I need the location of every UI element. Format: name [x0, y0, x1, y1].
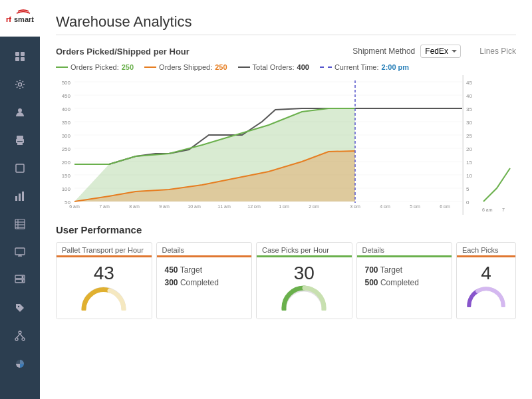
main-content: Warehouse Analytics Orders Picked/Shippe…	[40, 0, 532, 399]
case-completed-row: 500 Completed	[365, 277, 419, 289]
svg-point-28	[22, 281, 23, 282]
orders-chart-svg: 500 450 400 350 300 250 200 150 100 50	[56, 75, 463, 208]
svg-point-31	[15, 338, 18, 340]
pallet-details-header: Details	[157, 243, 252, 257]
each-picks-header: Each Picks	[457, 243, 515, 257]
pallet-details-body: 450 Target 300 Completed	[157, 257, 252, 296]
svg-rect-6	[21, 57, 25, 61]
svg-rect-14	[15, 196, 17, 201]
sidebar-icons	[0, 37, 40, 384]
legend-orders-shipped: Orders Shipped: 250	[144, 63, 227, 71]
svg-text:6 am: 6 am	[69, 204, 80, 208]
charts-row: 500 450 400 350 300 250 200 150 100 50	[56, 75, 516, 215]
svg-line-33	[17, 334, 20, 338]
page-title: Warehouse Analytics	[56, 13, 516, 31]
svg-text:5: 5	[466, 186, 469, 192]
case-picks-body: 30	[257, 257, 352, 319]
performance-cards: Pallet Transport per Hour 43	[56, 242, 516, 319]
pallet-gauge-svg	[80, 284, 127, 311]
case-gauge: 30	[257, 257, 352, 319]
svg-text:300: 300	[62, 133, 71, 139]
svg-rect-15	[19, 194, 21, 201]
case-completed-value: 500	[365, 278, 378, 287]
print-icon[interactable]	[8, 128, 32, 152]
case-details-body: 700 Target 500 Completed	[357, 257, 452, 296]
svg-text:100: 100	[62, 186, 71, 192]
each-gauge-svg	[466, 284, 506, 307]
svg-text:9 am: 9 am	[159, 204, 170, 208]
flow-icon[interactable]	[8, 324, 32, 348]
pallet-completed-value: 300	[165, 278, 178, 287]
divider	[56, 35, 516, 35]
settings-icon[interactable]	[8, 72, 32, 96]
svg-rect-13	[16, 164, 24, 172]
svg-text:30: 30	[466, 120, 472, 126]
svg-point-29	[18, 306, 19, 307]
total-orders-value: 400	[297, 63, 309, 71]
shipment-method-label: Shipment Method	[352, 47, 415, 56]
user-icon[interactable]	[8, 100, 32, 124]
orders-shipped-label: Orders Shipped:	[159, 63, 212, 71]
svg-text:4 pm: 4 pm	[380, 204, 390, 208]
svg-text:0: 0	[466, 200, 469, 205]
svg-text:.: .	[31, 15, 33, 23]
svg-text:3 pm: 3 pm	[350, 204, 360, 208]
chart-controls: Shipment Method FedEx UPS USPS DHL Lines…	[352, 45, 516, 58]
pallet-target-value: 450	[165, 265, 178, 275]
sidebar: rf smart .	[0, 0, 40, 399]
table-icon[interactable]	[8, 212, 32, 236]
current-time-label: Current Time:	[334, 63, 379, 71]
case-picks-card: Case Picks per Hour 30	[256, 242, 352, 319]
server-icon[interactable]	[8, 268, 32, 292]
svg-point-32	[22, 338, 25, 340]
pallet-transport-card: Pallet Transport per Hour 43	[56, 242, 152, 319]
tag-icon[interactable]	[8, 296, 32, 320]
svg-text:20: 20	[466, 146, 472, 152]
each-picks-body: 4	[457, 257, 515, 315]
svg-text:450: 450	[62, 93, 71, 99]
pallet-target-label: Target	[180, 265, 202, 275]
square-icon[interactable]	[8, 156, 32, 180]
each-gauge: 4	[457, 257, 515, 315]
pallet-target-row: 450 Target	[165, 264, 219, 277]
shipment-method-select[interactable]: FedEx UPS USPS DHL	[420, 45, 461, 58]
chart-section-title: Orders Picked/Shipped per Hour	[56, 47, 352, 57]
orders-picked-line-icon	[56, 66, 68, 68]
svg-text:12 pm: 12 pm	[247, 204, 261, 208]
svg-text:35: 35	[466, 106, 472, 112]
pallet-value: 43	[80, 263, 127, 284]
case-picks-value: 30	[281, 263, 327, 284]
main-chart: 500 450 400 350 300 250 200 150 100 50	[56, 75, 463, 215]
orders-picked-label: Orders Picked:	[70, 63, 119, 71]
current-time-value: 2:00 pm	[382, 63, 410, 71]
lines-pick-chart-partial: 45 40 35 30 25 20 15 10 5 0 6 am 7	[463, 75, 516, 215]
svg-rect-12	[17, 141, 23, 142]
lines-pick-label: Lines Pick	[479, 47, 516, 56]
svg-rect-16	[22, 192, 24, 201]
chart-legend: Orders Picked: 250 Orders Shipped: 250 T…	[56, 63, 516, 71]
case-target-value: 700	[365, 265, 378, 275]
pallet-gauge: 43	[57, 257, 152, 319]
bar-chart-icon[interactable]	[8, 184, 32, 208]
svg-text:7 am: 7 am	[99, 204, 110, 208]
case-details-card: Details 700 Target 500 Completed	[356, 242, 453, 319]
svg-text:6 pm: 6 pm	[440, 204, 450, 208]
svg-text:8 am: 8 am	[129, 204, 140, 208]
svg-text:40: 40	[466, 93, 472, 99]
svg-point-30	[19, 331, 21, 334]
svg-rect-5	[15, 57, 19, 61]
grid-icon[interactable]	[8, 45, 32, 68]
orders-picked-value: 250	[122, 63, 134, 71]
logo: rf smart .	[0, 0, 40, 37]
svg-point-8	[18, 108, 22, 112]
charts-header: Orders Picked/Shipped per Hour Shipment …	[56, 45, 516, 58]
monitor-icon[interactable]	[8, 240, 32, 264]
svg-text:250: 250	[62, 146, 71, 152]
svg-rect-11	[17, 142, 23, 145]
each-picks-card: Each Picks 4	[456, 242, 516, 319]
current-time-line-icon	[320, 66, 332, 68]
pallet-transport-body: 43	[57, 257, 152, 319]
case-target-label: Target	[380, 265, 402, 275]
svg-point-7	[19, 83, 22, 86]
pie-icon[interactable]	[8, 352, 32, 376]
